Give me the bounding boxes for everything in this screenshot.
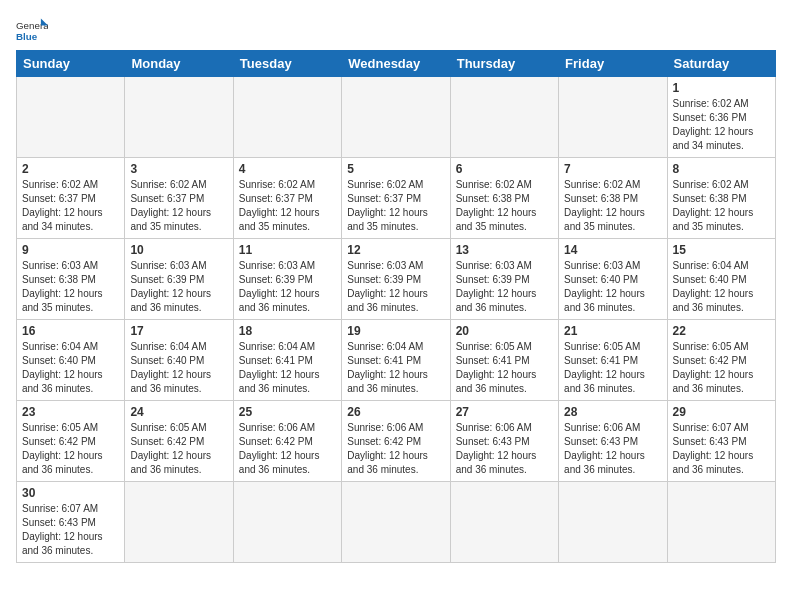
day-info: Sunrise: 6:07 AMSunset: 6:43 PMDaylight:…: [22, 502, 119, 558]
logo: General Blue: [16, 16, 48, 44]
day-info: Sunrise: 6:02 AMSunset: 6:37 PMDaylight:…: [239, 178, 336, 234]
week-row-1: 2Sunrise: 6:02 AMSunset: 6:37 PMDaylight…: [17, 158, 776, 239]
day-number: 11: [239, 243, 336, 257]
weekday-header-thursday: Thursday: [450, 51, 558, 77]
calendar-cell: 4Sunrise: 6:02 AMSunset: 6:37 PMDaylight…: [233, 158, 341, 239]
day-number: 24: [130, 405, 227, 419]
day-number: 10: [130, 243, 227, 257]
calendar-cell: 15Sunrise: 6:04 AMSunset: 6:40 PMDayligh…: [667, 239, 775, 320]
day-number: 1: [673, 81, 770, 95]
calendar-cell: 16Sunrise: 6:04 AMSunset: 6:40 PMDayligh…: [17, 320, 125, 401]
week-row-5: 30Sunrise: 6:07 AMSunset: 6:43 PMDayligh…: [17, 482, 776, 563]
calendar-cell: [450, 482, 558, 563]
calendar-cell: [342, 77, 450, 158]
weekday-header-friday: Friday: [559, 51, 667, 77]
day-number: 28: [564, 405, 661, 419]
week-row-4: 23Sunrise: 6:05 AMSunset: 6:42 PMDayligh…: [17, 401, 776, 482]
day-info: Sunrise: 6:04 AMSunset: 6:40 PMDaylight:…: [673, 259, 770, 315]
day-number: 30: [22, 486, 119, 500]
day-info: Sunrise: 6:03 AMSunset: 6:39 PMDaylight:…: [239, 259, 336, 315]
day-info: Sunrise: 6:06 AMSunset: 6:42 PMDaylight:…: [239, 421, 336, 477]
day-info: Sunrise: 6:07 AMSunset: 6:43 PMDaylight:…: [673, 421, 770, 477]
day-info: Sunrise: 6:03 AMSunset: 6:39 PMDaylight:…: [347, 259, 444, 315]
day-info: Sunrise: 6:06 AMSunset: 6:42 PMDaylight:…: [347, 421, 444, 477]
week-row-0: 1Sunrise: 6:02 AMSunset: 6:36 PMDaylight…: [17, 77, 776, 158]
day-info: Sunrise: 6:02 AMSunset: 6:37 PMDaylight:…: [22, 178, 119, 234]
day-number: 18: [239, 324, 336, 338]
calendar-cell: 25Sunrise: 6:06 AMSunset: 6:42 PMDayligh…: [233, 401, 341, 482]
day-number: 13: [456, 243, 553, 257]
calendar-cell: 7Sunrise: 6:02 AMSunset: 6:38 PMDaylight…: [559, 158, 667, 239]
calendar-cell: 30Sunrise: 6:07 AMSunset: 6:43 PMDayligh…: [17, 482, 125, 563]
calendar-cell: 2Sunrise: 6:02 AMSunset: 6:37 PMDaylight…: [17, 158, 125, 239]
day-number: 14: [564, 243, 661, 257]
weekday-header-sunday: Sunday: [17, 51, 125, 77]
calendar-cell: 18Sunrise: 6:04 AMSunset: 6:41 PMDayligh…: [233, 320, 341, 401]
day-number: 17: [130, 324, 227, 338]
calendar-cell: 1Sunrise: 6:02 AMSunset: 6:36 PMDaylight…: [667, 77, 775, 158]
day-number: 3: [130, 162, 227, 176]
day-number: 19: [347, 324, 444, 338]
day-number: 4: [239, 162, 336, 176]
calendar-cell: [125, 77, 233, 158]
calendar-table: SundayMondayTuesdayWednesdayThursdayFrid…: [16, 50, 776, 563]
day-number: 12: [347, 243, 444, 257]
calendar-cell: 21Sunrise: 6:05 AMSunset: 6:41 PMDayligh…: [559, 320, 667, 401]
calendar-cell: [559, 482, 667, 563]
generalblue-logo-icon: General Blue: [16, 16, 48, 44]
day-info: Sunrise: 6:05 AMSunset: 6:42 PMDaylight:…: [130, 421, 227, 477]
calendar-cell: 27Sunrise: 6:06 AMSunset: 6:43 PMDayligh…: [450, 401, 558, 482]
week-row-3: 16Sunrise: 6:04 AMSunset: 6:40 PMDayligh…: [17, 320, 776, 401]
calendar-cell: 24Sunrise: 6:05 AMSunset: 6:42 PMDayligh…: [125, 401, 233, 482]
calendar-cell: 3Sunrise: 6:02 AMSunset: 6:37 PMDaylight…: [125, 158, 233, 239]
calendar-cell: [342, 482, 450, 563]
day-info: Sunrise: 6:06 AMSunset: 6:43 PMDaylight:…: [564, 421, 661, 477]
day-info: Sunrise: 6:02 AMSunset: 6:38 PMDaylight:…: [673, 178, 770, 234]
day-number: 7: [564, 162, 661, 176]
calendar-cell: 14Sunrise: 6:03 AMSunset: 6:40 PMDayligh…: [559, 239, 667, 320]
day-info: Sunrise: 6:06 AMSunset: 6:43 PMDaylight:…: [456, 421, 553, 477]
day-info: Sunrise: 6:02 AMSunset: 6:36 PMDaylight:…: [673, 97, 770, 153]
calendar-cell: 28Sunrise: 6:06 AMSunset: 6:43 PMDayligh…: [559, 401, 667, 482]
svg-text:Blue: Blue: [16, 31, 38, 42]
day-info: Sunrise: 6:03 AMSunset: 6:40 PMDaylight:…: [564, 259, 661, 315]
day-number: 9: [22, 243, 119, 257]
header: General Blue: [16, 16, 776, 44]
calendar-cell: [233, 77, 341, 158]
day-number: 8: [673, 162, 770, 176]
day-number: 15: [673, 243, 770, 257]
calendar-cell: 6Sunrise: 6:02 AMSunset: 6:38 PMDaylight…: [450, 158, 558, 239]
day-info: Sunrise: 6:02 AMSunset: 6:38 PMDaylight:…: [564, 178, 661, 234]
weekday-header-tuesday: Tuesday: [233, 51, 341, 77]
calendar-cell: 17Sunrise: 6:04 AMSunset: 6:40 PMDayligh…: [125, 320, 233, 401]
weekday-header-row: SundayMondayTuesdayWednesdayThursdayFrid…: [17, 51, 776, 77]
calendar-cell: 9Sunrise: 6:03 AMSunset: 6:38 PMDaylight…: [17, 239, 125, 320]
day-info: Sunrise: 6:04 AMSunset: 6:40 PMDaylight:…: [130, 340, 227, 396]
day-info: Sunrise: 6:05 AMSunset: 6:42 PMDaylight:…: [22, 421, 119, 477]
weekday-header-saturday: Saturday: [667, 51, 775, 77]
calendar-cell: 8Sunrise: 6:02 AMSunset: 6:38 PMDaylight…: [667, 158, 775, 239]
day-number: 26: [347, 405, 444, 419]
day-number: 29: [673, 405, 770, 419]
day-number: 16: [22, 324, 119, 338]
day-number: 20: [456, 324, 553, 338]
day-info: Sunrise: 6:02 AMSunset: 6:37 PMDaylight:…: [130, 178, 227, 234]
weekday-header-wednesday: Wednesday: [342, 51, 450, 77]
day-number: 5: [347, 162, 444, 176]
day-number: 6: [456, 162, 553, 176]
day-info: Sunrise: 6:02 AMSunset: 6:38 PMDaylight:…: [456, 178, 553, 234]
day-info: Sunrise: 6:03 AMSunset: 6:39 PMDaylight:…: [130, 259, 227, 315]
day-info: Sunrise: 6:05 AMSunset: 6:41 PMDaylight:…: [456, 340, 553, 396]
calendar-cell: 13Sunrise: 6:03 AMSunset: 6:39 PMDayligh…: [450, 239, 558, 320]
calendar-cell: 20Sunrise: 6:05 AMSunset: 6:41 PMDayligh…: [450, 320, 558, 401]
day-number: 22: [673, 324, 770, 338]
weekday-header-monday: Monday: [125, 51, 233, 77]
calendar-cell: [17, 77, 125, 158]
calendar-cell: 5Sunrise: 6:02 AMSunset: 6:37 PMDaylight…: [342, 158, 450, 239]
calendar-cell: 10Sunrise: 6:03 AMSunset: 6:39 PMDayligh…: [125, 239, 233, 320]
calendar-cell: 23Sunrise: 6:05 AMSunset: 6:42 PMDayligh…: [17, 401, 125, 482]
day-info: Sunrise: 6:02 AMSunset: 6:37 PMDaylight:…: [347, 178, 444, 234]
calendar-cell: [667, 482, 775, 563]
day-number: 27: [456, 405, 553, 419]
calendar-cell: [125, 482, 233, 563]
